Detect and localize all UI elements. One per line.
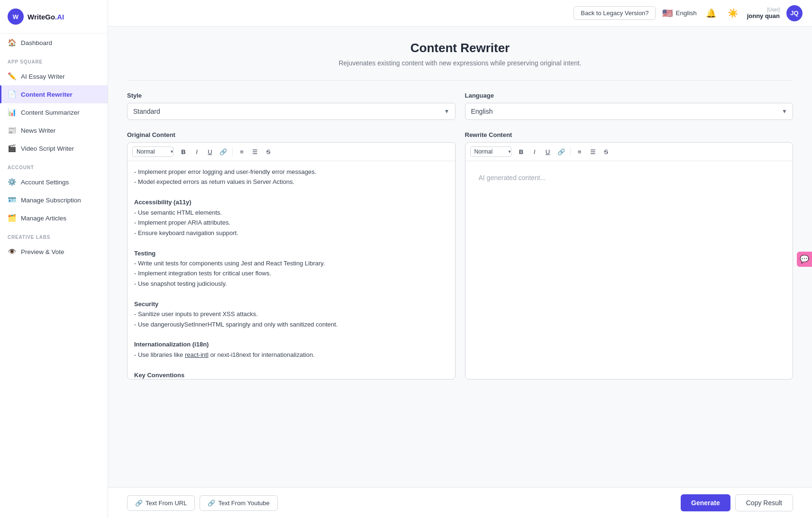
back-legacy-button[interactable]: Back to Legacy Version? [574, 6, 656, 20]
sidebar-item-ai-essay-writer[interactable]: ✏️ AI Essay Writer [0, 67, 108, 85]
footer: 🔗 Text From URL 🔗 Text From Youtube Gene… [108, 487, 812, 518]
theme-toggle-button[interactable]: ☀️ [725, 6, 740, 21]
form-row-style-language: Style Standard Formal Casual Creative ▼ … [127, 92, 793, 120]
main-area: Back to Legacy Version? 🇺🇸 English 🔔 ☀️ … [108, 0, 812, 518]
language-select-wrapper: English Spanish French German ▼ [465, 103, 794, 120]
rewriter-icon: 📄 [8, 90, 16, 99]
sidebar-item-label: Account Settings [21, 179, 69, 186]
page-content: Content Rewriter Rejuvenates existing co… [108, 27, 812, 487]
rewrite-content-editor: Normal Heading 1 Heading 2 Heading 3 ▼ B… [465, 142, 794, 380]
style-label: Style [127, 92, 456, 99]
logo-container[interactable]: W WriteGo.AI [0, 0, 108, 34]
language-select[interactable]: English Spanish French German [465, 103, 794, 120]
summarizer-icon: 📊 [8, 108, 16, 117]
original-content-label: Original Content [127, 131, 456, 138]
original-style-select[interactable]: Normal Heading 1 Heading 2 Heading 3 [132, 146, 173, 157]
flag-icon: 🇺🇸 [662, 8, 673, 18]
sidebar-item-label: Content Rewriter [21, 91, 73, 98]
sidebar-item-manage-subscription[interactable]: 🪪 Manage Subscription [0, 191, 108, 209]
sidebar-item-label: Dashboard [21, 39, 52, 46]
link-icon: 🔗 [135, 500, 143, 507]
settings-icon: ⚙️ [8, 178, 16, 186]
articles-icon: 🗂️ [8, 214, 16, 222]
logo-icon: W [8, 9, 24, 25]
sidebar-item-news-writer[interactable]: 📰 News Writer [0, 121, 108, 139]
sidebar-item-label: Preview & Vote [21, 248, 64, 255]
rewrite-toolbar: Normal Heading 1 Heading 2 Heading 3 ▼ B… [465, 143, 793, 161]
text-from-url-label: Text From URL [146, 500, 187, 507]
sidebar-item-content-summarizer[interactable]: 📊 Content Summarizer [0, 103, 108, 121]
dashboard-icon: 🏠 [8, 38, 16, 47]
sidebar-item-label: Manage Articles [21, 215, 66, 222]
text-from-youtube-button[interactable]: 🔗 Text From Youtube [200, 495, 277, 511]
style-select[interactable]: Standard Formal Casual Creative [127, 103, 456, 120]
original-underline-button[interactable]: U [204, 145, 216, 158]
rewrite-style-select[interactable]: Normal Heading 1 Heading 2 Heading 3 [470, 146, 511, 157]
language-group: Language English Spanish French German ▼ [465, 92, 794, 120]
sidebar-item-dashboard[interactable]: 🏠 Dashboard [0, 34, 108, 52]
sidebar-item-label: AI Essay Writer [21, 73, 65, 80]
text-from-url-button[interactable]: 🔗 Text From URL [127, 495, 195, 511]
original-content-text: - Implement proper error logging and use… [134, 167, 448, 379]
sidebar-item-manage-articles[interactable]: 🗂️ Manage Articles [0, 209, 108, 227]
original-content-section: Original Content Normal Heading 1 Headin… [127, 131, 456, 380]
feedback-icon: 💬 [800, 254, 809, 264]
rewrite-content-body[interactable]: AI generated content... [465, 161, 793, 379]
original-link-button[interactable]: 🔗 [217, 145, 229, 158]
logo-text: WriteGo.AI [27, 13, 64, 21]
sidebar-item-content-rewriter[interactable]: 📄 Content Rewriter [0, 85, 108, 103]
original-bold-button[interactable]: B [177, 145, 190, 158]
sidebar-item-account-settings[interactable]: ⚙️ Account Settings [0, 173, 108, 191]
rewrite-unordered-list-button[interactable]: ☰ [587, 145, 599, 158]
style-select-wrapper: Standard Formal Casual Creative ▼ [127, 103, 456, 120]
page-subtitle: Rejuvenates existing content with new ex… [127, 59, 793, 67]
rewrite-link-button[interactable]: 🔗 [555, 145, 567, 158]
original-ordered-list-button[interactable]: ≡ [236, 145, 248, 158]
text-from-youtube-label: Text From Youtube [218, 500, 269, 507]
rewrite-toolbar-divider [570, 147, 571, 156]
rewrite-strikethrough-button[interactable]: S [600, 145, 612, 158]
rewrite-content-label: Rewrite Content [465, 131, 794, 138]
original-toolbar: Normal Heading 1 Heading 2 Heading 3 ▼ B… [128, 143, 455, 161]
bell-icon: 🔔 [706, 8, 716, 18]
sidebar-item-label: Content Summarizer [21, 109, 80, 116]
language-label: English [675, 9, 696, 17]
original-toolbar-divider [232, 147, 233, 156]
sidebar-item-label: Manage Subscription [21, 197, 81, 204]
notification-button[interactable]: 🔔 [703, 6, 719, 21]
rewrite-ordered-list-button[interactable]: ≡ [574, 145, 586, 158]
footer-right: Generate Copy Result [681, 494, 793, 511]
original-italic-button[interactable]: I [191, 145, 203, 158]
original-content-body[interactable]: - Implement proper error logging and use… [128, 161, 455, 379]
rewrite-underline-button[interactable]: U [542, 145, 554, 158]
video-icon: 🎬 [8, 144, 16, 153]
preview-icon: 👁️ [8, 247, 16, 256]
sidebar-section-creative-labs: CREATIVE LABS [0, 227, 108, 243]
copy-result-button[interactable]: Copy Result [735, 494, 793, 511]
original-strikethrough-button[interactable]: S [262, 145, 274, 158]
news-icon: 📰 [8, 126, 16, 135]
user-info: [User] jonny quan [747, 7, 780, 19]
sidebar-item-label: News Writer [21, 127, 55, 134]
sidebar-item-label: Video Script Writer [21, 145, 74, 152]
rewrite-italic-button[interactable]: I [529, 145, 541, 158]
rewrite-bold-button[interactable]: B [515, 145, 528, 158]
page-title: Content Rewriter [127, 41, 793, 55]
essay-icon: ✏️ [8, 72, 16, 81]
generate-button[interactable]: Generate [681, 494, 730, 511]
youtube-icon: 🔗 [208, 500, 215, 507]
floating-feedback-badge[interactable]: 💬 [797, 252, 812, 267]
original-style-select-wrap: Normal Heading 1 Heading 2 Heading 3 ▼ [132, 146, 176, 157]
sidebar-section-app-square: APP SQUARE [0, 52, 108, 67]
language-label-form: Language [465, 92, 794, 99]
user-name: jonny quan [747, 12, 780, 19]
user-role: [User] [767, 7, 780, 12]
rewrite-placeholder: AI generated content... [472, 167, 786, 189]
avatar[interactable]: JQ [786, 5, 803, 21]
sidebar-item-preview-vote[interactable]: 👁️ Preview & Vote [0, 243, 108, 261]
language-selector[interactable]: 🇺🇸 English [662, 8, 696, 18]
original-unordered-list-button[interactable]: ☰ [249, 145, 261, 158]
rewrite-content-section: Rewrite Content Normal Heading 1 Heading… [465, 131, 794, 380]
sidebar-item-video-script-writer[interactable]: 🎬 Video Script Writer [0, 139, 108, 157]
sidebar-section-account: ACCOUNT [0, 157, 108, 173]
